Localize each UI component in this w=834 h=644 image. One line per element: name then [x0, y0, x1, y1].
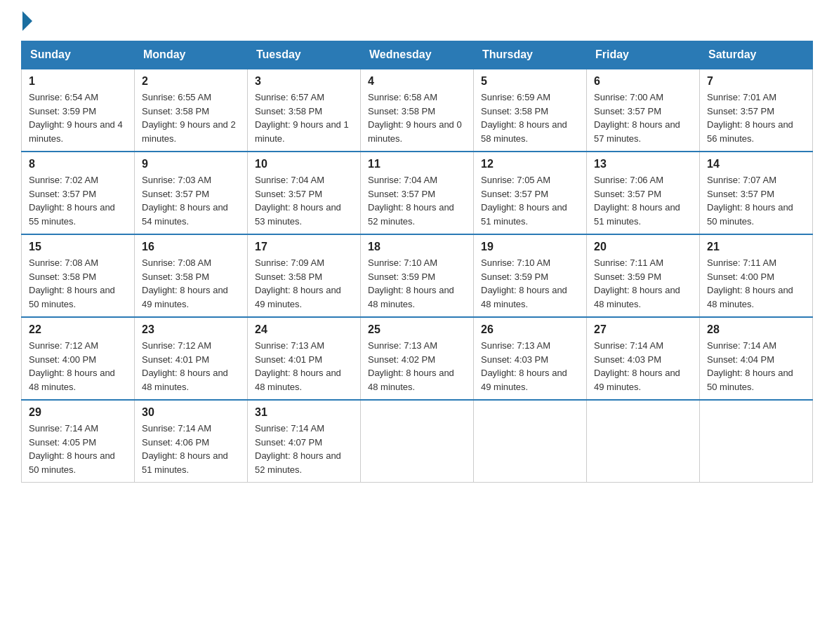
calendar-cell: 7 Sunrise: 7:01 AMSunset: 3:57 PMDayligh…: [700, 69, 813, 152]
day-info: Sunrise: 6:58 AMSunset: 3:58 PMDaylight:…: [368, 92, 462, 144]
day-number: 23: [142, 323, 240, 336]
calendar-cell: 12 Sunrise: 7:05 AMSunset: 3:57 PMDaylig…: [474, 152, 587, 234]
day-info: Sunrise: 7:13 AMSunset: 4:02 PMDaylight:…: [368, 340, 454, 392]
calendar-cell: 21 Sunrise: 7:11 AMSunset: 4:00 PMDaylig…: [700, 234, 813, 317]
calendar-week-row: 1 Sunrise: 6:54 AMSunset: 3:59 PMDayligh…: [22, 69, 813, 152]
logo-arrow-icon: [22, 11, 32, 31]
day-info: Sunrise: 7:14 AMSunset: 4:05 PMDaylight:…: [29, 423, 115, 475]
day-number: 22: [29, 323, 127, 336]
calendar-cell: 6 Sunrise: 7:00 AMSunset: 3:57 PMDayligh…: [587, 69, 700, 152]
day-number: 3: [255, 75, 353, 88]
day-number: 12: [481, 158, 579, 170]
day-number: 4: [368, 75, 466, 88]
calendar-cell: 23 Sunrise: 7:12 AMSunset: 4:01 PMDaylig…: [135, 317, 248, 400]
day-number: 30: [142, 406, 240, 419]
day-info: Sunrise: 7:00 AMSunset: 3:57 PMDaylight:…: [594, 92, 680, 144]
calendar-cell: 29 Sunrise: 7:14 AMSunset: 4:05 PMDaylig…: [22, 400, 135, 483]
calendar-week-row: 29 Sunrise: 7:14 AMSunset: 4:05 PMDaylig…: [22, 400, 813, 483]
day-number: 17: [255, 241, 353, 253]
day-number: 2: [142, 75, 240, 88]
calendar-table: SundayMondayTuesdayWednesdayThursdayFrid…: [21, 41, 813, 483]
day-info: Sunrise: 7:09 AMSunset: 3:58 PMDaylight:…: [255, 257, 341, 309]
calendar-cell: 30 Sunrise: 7:14 AMSunset: 4:06 PMDaylig…: [135, 400, 248, 483]
weekday-header-monday: Monday: [135, 41, 248, 69]
day-number: 18: [368, 241, 466, 253]
day-info: Sunrise: 7:06 AMSunset: 3:57 PMDaylight:…: [594, 175, 680, 227]
calendar-week-row: 15 Sunrise: 7:08 AMSunset: 3:58 PMDaylig…: [22, 234, 813, 317]
day-number: 19: [481, 241, 579, 253]
day-number: 10: [255, 158, 353, 170]
calendar-cell: 15 Sunrise: 7:08 AMSunset: 3:58 PMDaylig…: [22, 234, 135, 317]
weekday-header-saturday: Saturday: [700, 41, 813, 69]
day-number: 9: [142, 158, 240, 170]
day-info: Sunrise: 7:11 AMSunset: 3:59 PMDaylight:…: [594, 257, 680, 309]
day-info: Sunrise: 6:54 AMSunset: 3:59 PMDaylight:…: [29, 92, 123, 144]
weekday-header-sunday: Sunday: [22, 41, 135, 69]
day-number: 31: [255, 406, 353, 419]
day-number: 28: [707, 323, 805, 336]
calendar-cell: 28 Sunrise: 7:14 AMSunset: 4:04 PMDaylig…: [700, 317, 813, 400]
day-info: Sunrise: 7:10 AMSunset: 3:59 PMDaylight:…: [481, 257, 567, 309]
day-info: Sunrise: 7:14 AMSunset: 4:06 PMDaylight:…: [142, 423, 228, 475]
day-number: 14: [707, 158, 805, 170]
calendar-cell: 11 Sunrise: 7:04 AMSunset: 3:57 PMDaylig…: [361, 152, 474, 234]
calendar-cell: 25 Sunrise: 7:13 AMSunset: 4:02 PMDaylig…: [361, 317, 474, 400]
calendar-cell: 26 Sunrise: 7:13 AMSunset: 4:03 PMDaylig…: [474, 317, 587, 400]
day-number: 1: [29, 75, 127, 88]
day-number: 26: [481, 323, 579, 336]
calendar-cell: 24 Sunrise: 7:13 AMSunset: 4:01 PMDaylig…: [248, 317, 361, 400]
calendar-cell: 20 Sunrise: 7:11 AMSunset: 3:59 PMDaylig…: [587, 234, 700, 317]
page-header: [21, 14, 813, 27]
day-info: Sunrise: 7:12 AMSunset: 4:01 PMDaylight:…: [142, 340, 228, 392]
day-info: Sunrise: 7:14 AMSunset: 4:03 PMDaylight:…: [594, 340, 680, 392]
day-number: 11: [368, 158, 466, 170]
day-number: 16: [142, 241, 240, 253]
day-number: 20: [594, 241, 692, 253]
day-number: 7: [707, 75, 805, 88]
calendar-cell: 27 Sunrise: 7:14 AMSunset: 4:03 PMDaylig…: [587, 317, 700, 400]
day-number: 24: [255, 323, 353, 336]
weekday-header-row: SundayMondayTuesdayWednesdayThursdayFrid…: [22, 41, 813, 69]
calendar-cell: [587, 400, 700, 483]
day-info: Sunrise: 7:03 AMSunset: 3:57 PMDaylight:…: [142, 175, 228, 227]
calendar-cell: [700, 400, 813, 483]
day-number: 29: [29, 406, 127, 419]
day-number: 6: [594, 75, 692, 88]
day-info: Sunrise: 6:55 AMSunset: 3:58 PMDaylight:…: [142, 92, 236, 144]
day-info: Sunrise: 7:14 AMSunset: 4:07 PMDaylight:…: [255, 423, 341, 475]
day-info: Sunrise: 6:57 AMSunset: 3:58 PMDaylight:…: [255, 92, 349, 144]
day-info: Sunrise: 7:14 AMSunset: 4:04 PMDaylight:…: [707, 340, 793, 392]
day-number: 13: [594, 158, 692, 170]
calendar-cell: [474, 400, 587, 483]
calendar-cell: 5 Sunrise: 6:59 AMSunset: 3:58 PMDayligh…: [474, 69, 587, 152]
day-number: 5: [481, 75, 579, 88]
day-info: Sunrise: 7:13 AMSunset: 4:01 PMDaylight:…: [255, 340, 341, 392]
weekday-header-friday: Friday: [587, 41, 700, 69]
day-number: 25: [368, 323, 466, 336]
calendar-cell: 13 Sunrise: 7:06 AMSunset: 3:57 PMDaylig…: [587, 152, 700, 234]
day-number: 21: [707, 241, 805, 253]
day-info: Sunrise: 7:13 AMSunset: 4:03 PMDaylight:…: [481, 340, 567, 392]
day-info: Sunrise: 7:08 AMSunset: 3:58 PMDaylight:…: [29, 257, 115, 309]
weekday-header-tuesday: Tuesday: [248, 41, 361, 69]
day-info: Sunrise: 7:10 AMSunset: 3:59 PMDaylight:…: [368, 257, 454, 309]
logo: [21, 14, 32, 27]
weekday-header-wednesday: Wednesday: [361, 41, 474, 69]
calendar-cell: 18 Sunrise: 7:10 AMSunset: 3:59 PMDaylig…: [361, 234, 474, 317]
day-info: Sunrise: 7:05 AMSunset: 3:57 PMDaylight:…: [481, 175, 567, 227]
day-info: Sunrise: 7:04 AMSunset: 3:57 PMDaylight:…: [368, 175, 454, 227]
day-number: 27: [594, 323, 692, 336]
calendar-week-row: 8 Sunrise: 7:02 AMSunset: 3:57 PMDayligh…: [22, 152, 813, 234]
calendar-cell: 10 Sunrise: 7:04 AMSunset: 3:57 PMDaylig…: [248, 152, 361, 234]
calendar-cell: 1 Sunrise: 6:54 AMSunset: 3:59 PMDayligh…: [22, 69, 135, 152]
calendar-cell: 2 Sunrise: 6:55 AMSunset: 3:58 PMDayligh…: [135, 69, 248, 152]
calendar-cell: 4 Sunrise: 6:58 AMSunset: 3:58 PMDayligh…: [361, 69, 474, 152]
weekday-header-thursday: Thursday: [474, 41, 587, 69]
calendar-cell: 3 Sunrise: 6:57 AMSunset: 3:58 PMDayligh…: [248, 69, 361, 152]
day-info: Sunrise: 7:01 AMSunset: 3:57 PMDaylight:…: [707, 92, 793, 144]
calendar-cell: 31 Sunrise: 7:14 AMSunset: 4:07 PMDaylig…: [248, 400, 361, 483]
day-number: 8: [29, 158, 127, 170]
day-info: Sunrise: 7:02 AMSunset: 3:57 PMDaylight:…: [29, 175, 115, 227]
calendar-cell: 14 Sunrise: 7:07 AMSunset: 3:57 PMDaylig…: [700, 152, 813, 234]
calendar-cell: [361, 400, 474, 483]
